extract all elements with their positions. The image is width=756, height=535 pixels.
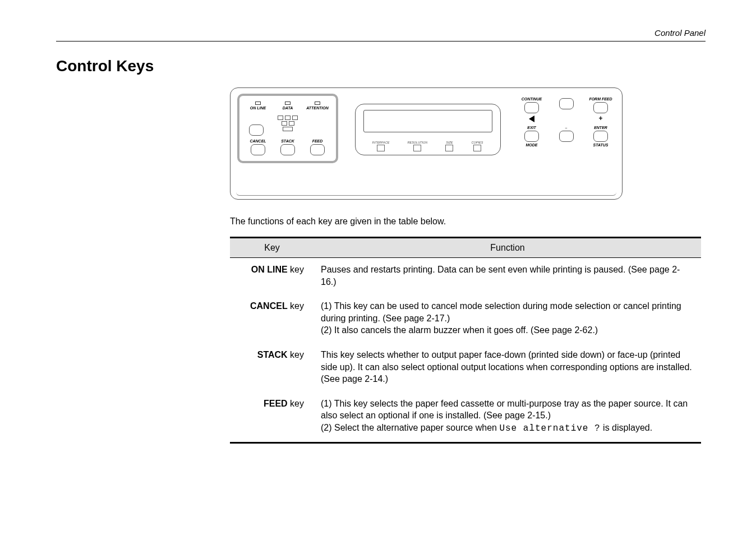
stack-button[interactable] <box>280 144 295 155</box>
continue-button[interactable] <box>524 102 539 113</box>
key-cell: CANCEL key <box>230 294 314 343</box>
led-data-label: DATA <box>283 106 293 110</box>
minus-label: – <box>565 126 568 130</box>
continue-label: CONTINUE <box>522 97 542 101</box>
led-attention-label: ATTENTION <box>306 106 329 110</box>
status-label: STATUS <box>593 143 609 147</box>
right-button-group: CONTINUE FORM FEED+ EXITMODE – ENTERSTAT… <box>517 94 615 149</box>
lcd-icon-resolution-label: RESOLUTION <box>408 141 428 144</box>
formfeed-button[interactable] <box>593 102 608 113</box>
resolution-icon <box>413 145 421 151</box>
function-cell: This key selects whether to output paper… <box>314 343 701 392</box>
feed-label: FEED <box>312 139 323 143</box>
paper-path-icon <box>268 116 308 132</box>
control-panel-figure: ON LINE DATA ATTENTION <box>230 87 623 200</box>
formfeed-label: FORM FEED <box>589 97 612 101</box>
feed-button[interactable] <box>310 144 325 155</box>
left-button-group: ON LINE DATA ATTENTION <box>237 94 338 163</box>
key-cell: FEED key <box>230 392 314 442</box>
key-cell: STACK key <box>230 343 314 392</box>
stack-label: STACK <box>281 139 294 143</box>
lcd-icon-size-label: SIZE <box>446 141 453 144</box>
cancel-button[interactable] <box>251 144 265 155</box>
section-title: Control Keys <box>56 57 706 75</box>
mode-label: MODE <box>526 143 538 147</box>
panel-base-line <box>236 192 616 196</box>
lcd-area: INTERFACE RESOLUTION SIZE COPIES <box>349 94 506 155</box>
lcd-icon-interface-label: INTERFACE <box>372 141 390 144</box>
intro-text: The functions of each key are given in t… <box>230 216 706 227</box>
enter-button[interactable] <box>593 131 608 142</box>
mono-text: Use alternative ? <box>499 423 600 433</box>
interface-icon <box>377 145 385 151</box>
online-button[interactable] <box>249 124 264 136</box>
page-header-section: Control Panel <box>56 28 706 38</box>
table-header-function: Function <box>314 238 701 258</box>
function-cell: Pauses and restarts printing. Data can b… <box>314 258 701 295</box>
middle-top-button[interactable] <box>559 98 574 109</box>
lcd-icon-copies-label: COPIES <box>472 141 483 144</box>
minus-button[interactable] <box>559 131 574 142</box>
cancel-label: CANCEL <box>250 139 266 143</box>
exit-label: EXIT <box>527 126 536 130</box>
key-function-table: Key Function ON LINE keyPauses and resta… <box>230 237 701 444</box>
table-row: FEED key(1) This key selects the paper f… <box>230 392 701 442</box>
header-rule <box>56 41 706 41</box>
function-cell: (1) This key can be used to cancel mode … <box>314 294 701 343</box>
plus-symbol: + <box>598 114 602 122</box>
lcd-screen <box>363 110 492 132</box>
table-row: CANCEL key(1) This key can be used to ca… <box>230 294 701 343</box>
function-cell: (1) This key selects the paper feed cass… <box>314 392 701 442</box>
left-arrow-icon <box>529 116 534 122</box>
exit-button[interactable] <box>524 131 539 142</box>
led-online-label: ON LINE <box>250 106 266 110</box>
enter-label: ENTER <box>594 126 607 130</box>
table-header-key: Key <box>230 238 314 258</box>
table-row: STACK keyThis key selects whether to out… <box>230 343 701 392</box>
key-cell: ON LINE key <box>230 258 314 295</box>
table-row: ON LINE keyPauses and restarts printing.… <box>230 258 701 295</box>
size-icon <box>445 145 453 151</box>
copies-icon <box>473 145 481 151</box>
